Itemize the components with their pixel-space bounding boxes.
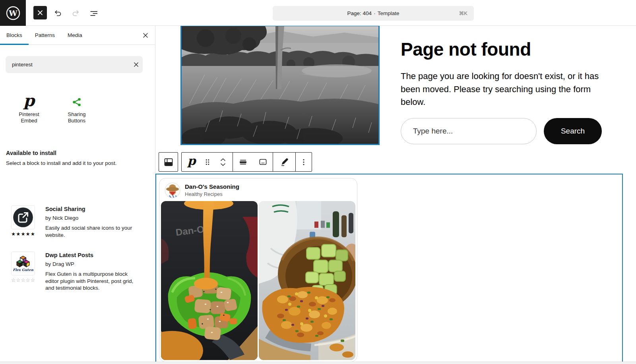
block-result-pinterest-embed[interactable]: p Pinterest Embed <box>5 91 53 124</box>
undo-icon <box>53 8 63 18</box>
tab-blocks[interactable]: Blocks <box>0 26 29 45</box>
tab-blocks-label: Blocks <box>6 32 22 38</box>
edit-button[interactable] <box>273 153 295 171</box>
pin-image-lettuce-wrap[interactable]: Dan-O's <box>161 201 258 360</box>
align-button[interactable] <box>233 153 253 171</box>
edit-icon <box>279 157 289 167</box>
plugin-title: Social Sharing <box>45 206 85 212</box>
block-switcher-button[interactable] <box>159 152 178 172</box>
wordpress-logo-button[interactable]: W <box>0 0 26 26</box>
tab-media[interactable]: Media <box>61 26 89 45</box>
embed-block-icon <box>163 157 174 168</box>
rating-stars: ☆☆☆☆☆ <box>11 277 36 283</box>
page-body-text: The page you are looking for doesn't exi… <box>401 70 617 109</box>
plugin-description: Easily add social share icons to your we… <box>45 225 134 238</box>
field-photo <box>182 26 378 144</box>
inserter-tabs: Blocks Patterns Media <box>0 26 155 45</box>
avatar <box>165 182 180 198</box>
tab-patterns[interactable]: Patterns <box>29 26 61 45</box>
pinterest-profile-header[interactable]: Dan-O's Seasoning Healthy Recipes <box>165 182 239 199</box>
document-bar[interactable]: Page: 404 · Template ⌘K <box>273 6 474 21</box>
selected-image-block[interactable] <box>180 25 380 145</box>
pin-images: Dan-O's <box>161 201 355 360</box>
block-search-box <box>6 56 143 73</box>
plugin-author: by Nick Diego <box>45 215 78 221</box>
share-icon <box>72 97 82 107</box>
tab-patterns-label: Patterns <box>35 32 55 38</box>
flex-guten-plugin-icon: Flex Guten <box>11 252 35 275</box>
profile-text: Dan-O's Seasoning Healthy Recipes <box>185 183 239 197</box>
tab-media-label: Media <box>68 32 82 38</box>
social-sharing-plugin-icon <box>11 205 35 229</box>
clear-search-button[interactable] <box>129 58 143 72</box>
options-button[interactable] <box>296 153 312 171</box>
available-to-install-subheading: Select a block to install and add it to … <box>6 160 116 166</box>
cubes-icon <box>16 256 30 267</box>
block-result-label: Pinterest Embed <box>12 111 46 124</box>
block-result-sharing-buttons[interactable]: Sharing Buttons <box>53 91 101 124</box>
caption-button[interactable] <box>253 153 273 171</box>
available-to-install-heading: Available to install <box>6 150 56 156</box>
plugin-title: Dwp Latest Posts <box>45 252 93 258</box>
plugin-social-sharing[interactable]: ★★★★★ Social Sharing by Nick Diego Easil… <box>0 205 155 245</box>
redo-icon <box>71 8 80 18</box>
pinterest-icon: p <box>23 94 35 107</box>
close-inserter-button[interactable] <box>141 31 150 40</box>
document-separator: · <box>374 10 376 16</box>
profile-subtitle: Healthy Recipes <box>185 191 239 197</box>
rating-stars: ★★★★★ <box>11 231 36 237</box>
close-inserter-icon <box>37 10 43 15</box>
pinterest-embed-card: Dan-O's Seasoning Healthy Recipes Dan-O'… <box>159 178 357 362</box>
list-view-icon <box>89 8 99 18</box>
plugin-dwp-latest-posts[interactable]: Flex Guten ☆☆☆☆☆ Dwp Latest Posts by Dra… <box>0 252 155 295</box>
top-bar: W Page: 4 <box>0 0 636 26</box>
command-shortcut: ⌘K <box>459 10 467 16</box>
redo-button[interactable] <box>70 8 81 18</box>
block-inserter-panel: Blocks Patterns Media p Pinterest Embed <box>0 26 155 364</box>
document-context: Template <box>378 10 399 16</box>
pinterest-block-button[interactable]: p <box>182 153 202 171</box>
block-inserter-toggle[interactable] <box>33 6 47 19</box>
document-overview-button[interactable] <box>89 8 99 18</box>
canvas-search-button[interactable]: Search <box>544 118 602 144</box>
pin-image-avocado-salsa[interactable] <box>259 201 355 360</box>
profile-name: Dan-O's Seasoning <box>185 183 239 190</box>
block-search-input[interactable] <box>6 62 129 68</box>
canvas-search-input[interactable] <box>401 118 537 144</box>
lettuce-wrap-photo: Dan-O's <box>161 201 258 360</box>
document-title: Page: 404 <box>347 10 372 16</box>
plugin-author: by Drag WP <box>45 261 74 267</box>
external-link-icon <box>13 207 33 228</box>
wordpress-editor: W Page: 4 <box>0 0 636 364</box>
block-toolbar: p <box>181 152 312 172</box>
block-movers[interactable] <box>213 153 233 171</box>
canvas-bottom-edge <box>0 362 636 364</box>
page-title: Page not found <box>401 39 607 60</box>
drag-handle[interactable] <box>202 153 213 171</box>
plugin-description: Flex Guten is a multipurpose block edito… <box>45 271 141 292</box>
align-icon <box>238 157 248 167</box>
flex-guten-caption: Flex Guten <box>13 268 33 272</box>
undo-button[interactable] <box>53 8 63 18</box>
avocado-salsa-photo <box>259 201 355 360</box>
clear-search-icon <box>133 62 139 68</box>
pinterest-icon: p <box>188 155 196 169</box>
block-result-label: Sharing Buttons <box>60 111 93 124</box>
wordpress-logo-icon: W <box>5 5 21 21</box>
profile-avatar-illustration <box>165 182 180 198</box>
close-icon <box>142 32 149 39</box>
drag-handle-icon <box>203 157 212 167</box>
move-up-down-icon <box>218 157 228 167</box>
caption-icon <box>258 157 268 167</box>
wordpress-logo-letter: W <box>8 9 17 17</box>
options-icon <box>299 157 308 167</box>
